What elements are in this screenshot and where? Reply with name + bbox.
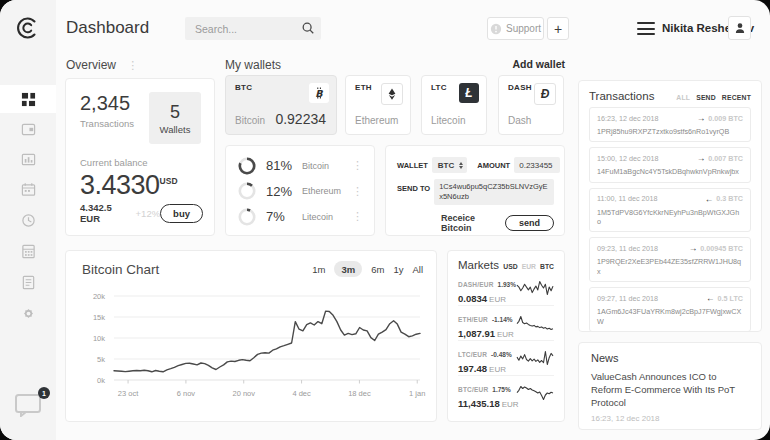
allocation-kebab-icon[interactable]: ⋮ — [352, 186, 363, 197]
svg-text:18 dec: 18 dec — [348, 389, 371, 398]
news-article-date: 16:23, 12 dec 2018 — [591, 414, 661, 424]
transaction-row[interactable]: 09:23, 11 dec 2018→0.00945 BTC 1P9RQEr2X… — [589, 237, 751, 282]
bitcoin-chart-plot: 20k15k10k5k0k23 oct6 nov20 nov4 dec18 de… — [66, 285, 438, 415]
range-1m[interactable]: 1m — [312, 264, 325, 275]
btc-name: Bitcoin — [235, 115, 265, 126]
news-title: News — [591, 352, 749, 364]
markets-tab-usd[interactable]: USD — [503, 263, 517, 270]
settings-gear-icon — [21, 306, 36, 321]
send-to-field-label: SEND TO — [397, 184, 430, 193]
transactions-card: Transactions ALL SEND RECENT 16:23, 12 d… — [578, 80, 762, 332]
select-carets-icon — [459, 162, 463, 169]
market-row-eth[interactable]: ETH/EUR-1.14% 1,087.91EUR — [458, 306, 554, 341]
sidebar-item-reports[interactable] — [0, 268, 56, 296]
sidebar-item-calculator[interactable] — [0, 237, 56, 265]
bar-chart-icon — [21, 152, 36, 167]
allocation-kebab-icon[interactable]: ⋮ — [352, 211, 363, 222]
allocation-pct: 81% — [266, 158, 302, 173]
allocation-name: Ethereum — [302, 186, 352, 196]
overview-card: 2,345 Transactions 5 Wallets Current bal… — [65, 78, 215, 236]
wallet-field-label: WALLET — [397, 161, 428, 170]
svg-text:6 nov: 6 nov — [177, 389, 196, 398]
add-button[interactable]: + — [547, 17, 569, 40]
sidebar-item-charts[interactable] — [0, 145, 56, 173]
calculator-icon — [21, 244, 36, 259]
transaction-row[interactable]: 11:00, 11 dec 2018←0.3 BTC 1M5TdPV8G6Yfc… — [589, 188, 751, 233]
markets-tab-eur[interactable]: EUR — [522, 263, 536, 270]
market-row-ltc[interactable]: LTC/EUR-0.48% 197.48EUR — [458, 341, 554, 376]
sidebar-item-settings[interactable] — [0, 299, 56, 327]
receive-bitcoin-link[interactable]: Receice Bitcoin — [441, 213, 505, 233]
allocation-name: Litecoin — [302, 212, 352, 222]
logo-c-icon — [15, 15, 41, 41]
support-info-icon — [490, 23, 502, 35]
range-all[interactable]: All — [412, 264, 423, 275]
balance-eur: 4.342.5 EUR — [80, 202, 132, 224]
add-wallet-button[interactable]: Add wallet — [475, 58, 565, 70]
person-icon — [733, 21, 747, 35]
search-icon[interactable] — [301, 21, 315, 35]
dash-icon: Ð — [534, 83, 556, 105]
menu-hamburger-icon[interactable] — [637, 22, 655, 35]
eth-name: Ethereum — [355, 115, 398, 126]
wallets-count-box[interactable]: 5 Wallets — [149, 92, 201, 144]
market-row-btc[interactable]: BTC/EUR1.75% 11,435.18EUR — [458, 376, 554, 410]
transactions-tab-recent[interactable]: RECENT — [722, 94, 751, 101]
overview-kebab-icon[interactable]: ⋮ — [127, 59, 138, 71]
wallet-card-ltc[interactable]: LTC Ł Litecoin — [421, 75, 487, 135]
page-title: Dashboard — [66, 18, 149, 38]
current-balance-value: 3.4330USD — [80, 170, 201, 201]
balance-change: +12% — [136, 208, 161, 219]
wallet-card-btc[interactable]: BTC B Bitcoin 0.92234 — [225, 75, 337, 135]
transactions-tab-send[interactable]: SEND — [696, 94, 716, 101]
support-button[interactable]: Support — [487, 17, 544, 40]
wallet-card-eth[interactable]: ETH Ethereum — [345, 75, 411, 135]
app-logo[interactable] — [0, 0, 56, 56]
allocation-row-ethereum: 12% Ethereum ⋮ — [237, 179, 363, 205]
send-form-card: WALLET BTC AMOUNT SEND TO 1Cs4wu6pu5qCZ3… — [385, 145, 565, 236]
donut-chart-litecoin — [237, 207, 257, 227]
amount-input[interactable] — [514, 157, 560, 173]
send-to-input[interactable]: 1Cs4wu6pu5qCZ35bSLNVzGyEx5N6uzb — [434, 179, 554, 205]
calendar-icon — [21, 182, 36, 197]
transaction-row[interactable]: 09:27, 11 dec 2018←0.5 LTC 1AGm6Jc43FUaY… — [589, 287, 751, 332]
sidebar-item-dashboard[interactable] — [0, 85, 56, 113]
transaction-address: 1AGm6Jc43FUaYRKm8wj2cBpJ7FWgjxwCXW — [597, 307, 743, 326]
avatar[interactable] — [728, 16, 751, 40]
range-1y[interactable]: 1y — [393, 264, 403, 275]
allocation-name: Bitcoin — [302, 161, 352, 171]
markets-card: Markets USD EUR BTC DASH/EUR1.93% 0.0834… — [447, 250, 565, 422]
chat-button[interactable]: 1 — [14, 393, 44, 419]
litecoin-icon: Ł — [459, 83, 479, 103]
range-3m[interactable]: 3m — [334, 261, 362, 277]
buy-button[interactable]: buy — [160, 204, 203, 223]
sparkline-dash — [516, 280, 554, 296]
svg-text:23 oct: 23 oct — [118, 389, 139, 398]
wallets-count: 5 — [170, 102, 180, 123]
markets-tab-btc[interactable]: BTC — [540, 263, 554, 270]
allocation-row-bitcoin: 81% Bitcoin ⋮ — [237, 153, 363, 179]
transactions-tab-all[interactable]: ALL — [676, 94, 690, 101]
transaction-row[interactable]: 16:23, 12 dec 2018→0.009 BTC 1PRj85hu9RX… — [589, 107, 751, 142]
transaction-row[interactable]: 15:00, 12 dec 2018→0.007 BTC 14FuM1aBgcN… — [589, 147, 751, 182]
search-input[interactable] — [185, 17, 305, 40]
allocation-kebab-icon[interactable]: ⋮ — [352, 160, 363, 171]
sidebar-item-history[interactable] — [0, 206, 56, 234]
my-wallets-section-label: My wallets — [225, 58, 281, 72]
sidebar: 1 — [0, 0, 56, 440]
sidebar-item-wallets[interactable] — [0, 115, 56, 143]
wallet-card-dash[interactable]: DASH Ð Dash — [498, 75, 564, 135]
range-6m[interactable]: 6m — [371, 264, 384, 275]
sparkline-eth — [516, 315, 554, 331]
search-box — [185, 17, 321, 40]
bitcoin-icon: B — [309, 83, 329, 103]
sidebar-item-calendar[interactable] — [0, 175, 56, 203]
news-article-title[interactable]: ValueCash Announces ICO to Reform E-Comm… — [591, 371, 749, 409]
report-icon — [21, 275, 36, 290]
svg-text:0k: 0k — [97, 376, 105, 385]
send-button[interactable]: send — [505, 215, 554, 231]
send-arrow-icon: → — [697, 153, 706, 163]
wallet-select[interactable]: BTC — [432, 157, 467, 173]
market-row-dash[interactable]: DASH/EUR1.93% 0.0834EUR — [458, 271, 554, 306]
donut-chart-bitcoin — [237, 156, 257, 176]
